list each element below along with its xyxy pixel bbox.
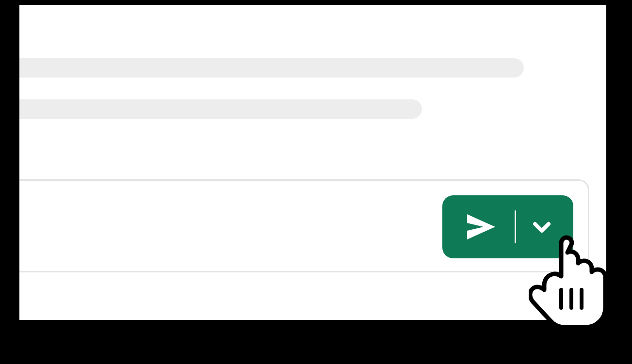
chevron-down-icon [532,220,551,234]
content-placeholder-line [19,58,524,78]
send-options-dropdown[interactable] [530,220,554,234]
compose-card [19,5,606,320]
compose-input-area[interactable] [19,179,589,272]
button-divider [515,210,516,243]
content-placeholder-line [19,99,422,119]
send-icon [465,212,498,241]
send-button[interactable] [462,212,501,241]
send-split-button[interactable] [442,195,573,258]
